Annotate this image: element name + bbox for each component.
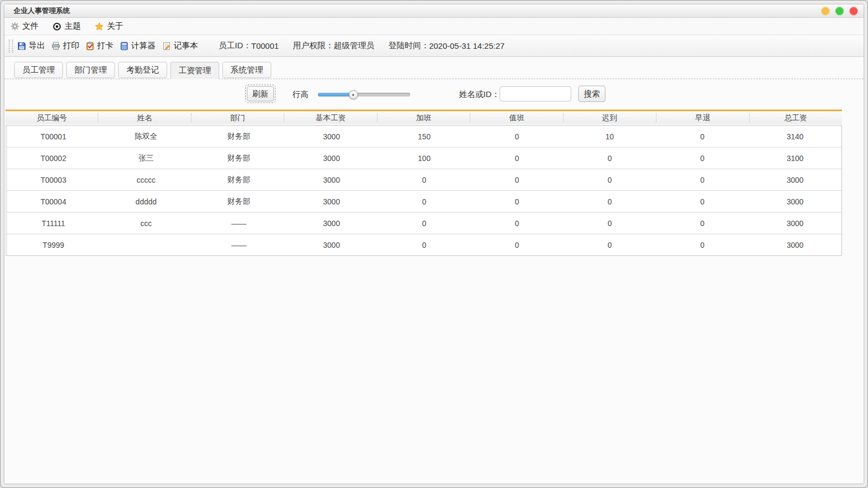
table-cell: T00003 [7,176,100,184]
minimize-button[interactable] [821,7,830,16]
table-cell: 0 [656,176,749,184]
row-height-label: 行高 [292,79,309,110]
table-cell: 0 [470,219,563,228]
menu-theme[interactable]: 主题 [53,21,81,31]
search-label: 姓名或ID： [459,79,500,110]
menu-bar: 文件 主题 关于 [4,18,864,35]
print-button[interactable]: 打印 [52,41,79,51]
column-header[interactable]: 部门 [192,113,284,122]
controls-row: 刷新 行高 姓名或ID： 搜索 [4,79,864,110]
menu-about[interactable]: 关于 [95,21,123,31]
column-header[interactable]: 加班 [378,113,470,122]
export-button[interactable]: 导出 [17,41,45,51]
permission-value: 超级管理员 [334,41,374,51]
table-cell: T00004 [7,197,100,206]
table-cell: 财务部 [193,153,285,163]
menu-file-label: 文件 [22,21,39,31]
export-label: 导出 [29,41,45,51]
window-title: 企业人事管理系统 [14,6,70,16]
table-cell: 张三 [100,153,193,163]
window-controls [821,7,858,16]
close-button[interactable] [849,7,858,16]
column-header[interactable]: 姓名 [98,113,191,122]
table-cell: 0 [378,176,471,184]
save-icon [17,42,26,50]
table-row[interactable]: T00003ccccc财务部300000003000 [7,169,841,191]
refresh-button[interactable]: 刷新 [247,86,274,101]
toolbar-grip[interactable] [9,40,13,53]
login-time-label: 登陆时间： [388,41,429,51]
table-cell: 3000 [749,219,841,228]
menu-theme-label: 主题 [65,21,81,31]
table-row[interactable]: T00002张三财务部30001000003100 [7,147,841,169]
table-cell: 0 [656,154,749,163]
tab-salary-management[interactable]: 工资管理 [170,62,219,79]
table-cell: ddddd [100,197,193,206]
row-height-slider[interactable] [318,93,410,97]
table-cell: T11111 [7,219,100,228]
column-header[interactable]: 早退 [656,113,749,122]
table-cell: —— [193,219,285,228]
table-cell: 0 [470,241,563,249]
column-header[interactable]: 值班 [470,113,563,122]
column-header[interactable]: 基本工资 [284,113,377,122]
table-cell: ccccc [100,176,193,184]
maximize-button[interactable] [835,7,844,16]
notepad-label: 记事本 [174,41,198,51]
toolbar: 导出 打印 [4,35,864,57]
table-cell: —— [193,241,285,249]
table-cell: 0 [563,154,656,163]
tab-bar: 员工管理 部门管理 考勤登记 工资管理 系统管理 [4,57,864,79]
table-cell: 3000 [285,132,378,141]
notepad-button[interactable]: 记事本 [162,41,198,51]
star-icon [95,22,104,31]
table-cell: T9999 [7,241,100,249]
employee-id-info: 员工ID： T00001 [219,41,279,51]
permission-info: 用户权限： 超级管理员 [293,41,374,51]
calculator-button[interactable]: 计算器 [120,41,156,51]
title-bar: 企业人事管理系统 [4,4,864,18]
table-cell: 10 [563,132,656,141]
column-header[interactable]: 迟到 [564,113,656,122]
table-cell: 0 [656,241,749,249]
table-cell: T00001 [7,132,100,141]
tab-system-management[interactable]: 系统管理 [222,62,271,78]
permission-label: 用户权限： [293,41,334,51]
table-cell: 3000 [285,176,378,184]
salary-table: 员工编号姓名部门基本工资加班值班迟到早退总工资 T00001陈双全财务部3000… [5,110,842,256]
table-cell: 0 [470,154,563,163]
search-input[interactable] [500,86,571,101]
table-cell: 0 [378,219,471,228]
table-row[interactable]: T00001陈双全财务部300015001003140 [7,126,841,147]
table-cell: 0 [656,197,749,206]
menu-file[interactable]: 文件 [11,21,39,31]
table-row[interactable]: T00004ddddd财务部300000003000 [7,191,841,213]
column-header[interactable]: 员工编号 [5,113,98,122]
table-body: T00001陈双全财务部300015001003140T00002张三财务部30… [5,125,842,256]
table-cell: 0 [470,176,563,184]
login-time-value: 2020-05-31 14:25:27 [429,41,505,50]
table-cell: 3140 [749,132,841,141]
tab-employee-management[interactable]: 员工管理 [14,62,63,78]
slider-thumb[interactable] [349,90,358,99]
clock-in-button[interactable]: 打卡 [86,41,113,51]
table-cell: 财务部 [193,197,285,207]
table-cell: 财务部 [193,175,285,185]
table-row[interactable]: T11111ccc——300000003000 [7,213,841,234]
printer-icon [52,42,60,50]
tab-department-management[interactable]: 部门管理 [66,62,115,78]
gear-icon [11,22,19,30]
calculator-icon [120,42,129,50]
table-cell: 3000 [285,154,378,163]
column-header[interactable]: 总工资 [750,113,842,122]
table-cell: 3100 [749,154,841,163]
app-window: 企业人事管理系统 [0,0,868,488]
table-cell: 0 [656,132,749,141]
table-row[interactable]: T9999——300000003000 [7,234,841,255]
tab-attendance-register[interactable]: 考勤登记 [118,62,167,78]
search-button[interactable]: 搜索 [578,86,605,102]
table-cell: 陈双全 [100,132,193,142]
table-cell: 0 [563,176,656,184]
table-cell: 3000 [749,241,841,249]
clock-in-icon [86,42,94,50]
